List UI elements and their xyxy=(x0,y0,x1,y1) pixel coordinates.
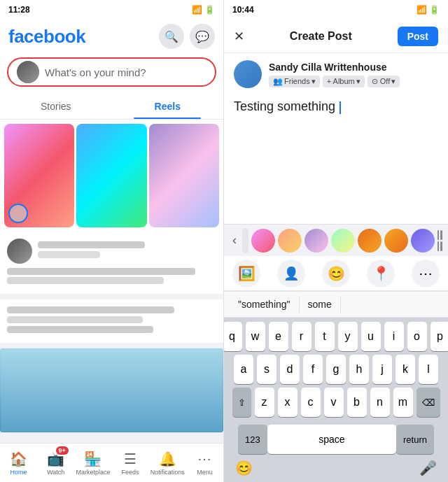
key-c[interactable]: c xyxy=(301,388,321,417)
nav-marketplace[interactable]: 🏪 Marketplace xyxy=(74,444,111,482)
key-e[interactable]: e xyxy=(269,322,288,351)
notifications-icon: 🔔 xyxy=(159,451,176,467)
more-actions-button[interactable]: ⋯ xyxy=(412,260,440,288)
blurred-line-5 xyxy=(7,326,153,333)
keyboard-emoji-button[interactable]: 😊 xyxy=(235,460,253,476)
reel-item-1[interactable] xyxy=(4,124,74,227)
emoji-action-button[interactable]: 😊 xyxy=(322,260,350,288)
nav-watch[interactable]: 9+ 📺 Watch xyxy=(37,444,74,482)
post-text: Testing something xyxy=(234,99,335,113)
feed-avatar-1 xyxy=(7,239,32,264)
key-u[interactable]: u xyxy=(361,322,381,351)
tag-people-button[interactable]: 👤 xyxy=(277,260,305,288)
key-w[interactable]: w xyxy=(246,322,265,351)
emoji-avatar-2[interactable] xyxy=(278,229,302,253)
album-chevron-icon: ▾ xyxy=(356,77,360,86)
left-panel: 11:28 📶 🔋 facebook 🔍 💬 What's on your mi… xyxy=(0,0,224,482)
key-y[interactable]: y xyxy=(338,322,358,351)
grid-dot-3 xyxy=(438,241,440,251)
left-time: 11:28 xyxy=(8,5,30,15)
tab-reels[interactable]: Reels xyxy=(112,94,224,119)
emoji-avatar-4[interactable] xyxy=(331,229,355,253)
tab-stories[interactable]: Stories xyxy=(0,94,112,119)
key-delete[interactable]: ⌫ xyxy=(416,388,440,417)
feed-post-1 xyxy=(0,232,223,294)
emoji-grid-button[interactable] xyxy=(438,230,442,251)
emoji-avatar-6[interactable] xyxy=(384,229,408,253)
key-123[interactable]: 123 xyxy=(238,425,267,454)
key-i[interactable]: i xyxy=(384,322,404,351)
tag-off[interactable]: ⊙ Off ▾ xyxy=(368,76,400,87)
key-n[interactable]: n xyxy=(370,388,390,417)
key-a[interactable]: a xyxy=(234,355,253,384)
reel-item-3[interactable] xyxy=(149,124,219,227)
search-button[interactable]: 🔍 xyxy=(159,24,184,49)
reel-item-2[interactable] xyxy=(76,124,146,227)
emoji-avatar-7[interactable] xyxy=(411,229,435,253)
nav-watch-label: Watch xyxy=(47,469,64,476)
feed-image xyxy=(0,348,223,432)
emoji-avatar-1[interactable] xyxy=(251,229,275,253)
nav-home-label: Home xyxy=(10,469,27,476)
right-status-icons: 📶 🔋 xyxy=(416,5,440,15)
nav-notifications[interactable]: 🔔 Notifications xyxy=(149,444,186,482)
key-v[interactable]: v xyxy=(324,388,344,417)
post-content-area[interactable]: Testing something xyxy=(224,95,448,224)
tag-album[interactable]: + Album ▾ xyxy=(323,76,365,87)
feed-post-2 xyxy=(0,299,223,343)
post-box[interactable]: What's on your mind? xyxy=(7,57,216,87)
key-f[interactable]: f xyxy=(303,355,323,384)
key-b[interactable]: b xyxy=(347,388,367,417)
key-space[interactable]: space xyxy=(267,425,396,454)
author-name: Sandy Cilla Writtenhouse xyxy=(269,62,400,73)
key-r[interactable]: r xyxy=(292,322,312,351)
messenger-icon: 💬 xyxy=(195,30,209,43)
emoji-avatar-5[interactable] xyxy=(358,229,382,253)
key-g[interactable]: g xyxy=(326,355,346,384)
blurred-sub-1 xyxy=(38,251,100,258)
reels-grid xyxy=(0,120,223,232)
blurred-line-3 xyxy=(7,306,174,313)
marketplace-icon: 🏪 xyxy=(84,451,102,467)
suggestion-2[interactable]: some xyxy=(300,296,341,313)
tabs-row: Stories Reels xyxy=(0,94,223,120)
tag-friends[interactable]: 👥 Friends ▾ xyxy=(269,76,320,87)
key-d[interactable]: d xyxy=(280,355,300,384)
emoji-bar-arrow[interactable]: ‹ xyxy=(230,230,239,250)
key-s[interactable]: s xyxy=(257,355,276,384)
photo-action-button[interactable]: 🖼️ xyxy=(232,260,260,288)
keyboard-row-1: q w e r t y u i o p xyxy=(227,322,445,351)
post-button[interactable]: Post xyxy=(398,27,438,46)
key-l[interactable]: l xyxy=(419,355,438,384)
keyboard-row-2: a s d f g h j k l xyxy=(227,355,445,384)
nav-menu[interactable]: ⋯ Menu xyxy=(186,444,223,482)
blurred-name-1 xyxy=(38,241,145,248)
key-z[interactable]: z xyxy=(255,388,274,417)
key-q[interactable]: q xyxy=(224,322,242,351)
key-t[interactable]: t xyxy=(315,322,335,351)
keyboard-mic-button[interactable]: 🎤 xyxy=(419,460,437,476)
emoji-avatar-3[interactable] xyxy=(304,229,328,253)
key-m[interactable]: m xyxy=(393,388,413,417)
messenger-button[interactable]: 💬 xyxy=(190,24,215,49)
suggestion-1[interactable]: "something" xyxy=(230,296,300,313)
key-shift[interactable]: ⇧ xyxy=(232,388,251,417)
key-k[interactable]: k xyxy=(396,355,415,384)
author-avatar xyxy=(234,60,262,88)
key-p[interactable]: p xyxy=(430,322,449,351)
location-button[interactable]: 📍 xyxy=(367,260,395,288)
grid-dot-2 xyxy=(440,230,442,240)
nav-home[interactable]: 🏠 Home xyxy=(0,444,37,482)
key-h[interactable]: h xyxy=(349,355,369,384)
suggestions-row: "something" some xyxy=(224,291,448,318)
create-post-title: Create Post xyxy=(290,30,352,43)
menu-icon: ⋯ xyxy=(197,451,211,467)
emoji-blank-slot xyxy=(242,228,248,253)
key-return[interactable]: return xyxy=(396,425,434,454)
left-status-bar: 11:28 📶 🔋 xyxy=(0,0,223,20)
close-button[interactable]: ✕ xyxy=(234,29,244,44)
key-x[interactable]: x xyxy=(278,388,298,417)
nav-feeds[interactable]: ☰ Feeds xyxy=(112,444,149,482)
key-j[interactable]: j xyxy=(372,355,392,384)
key-o[interactable]: o xyxy=(407,322,427,351)
